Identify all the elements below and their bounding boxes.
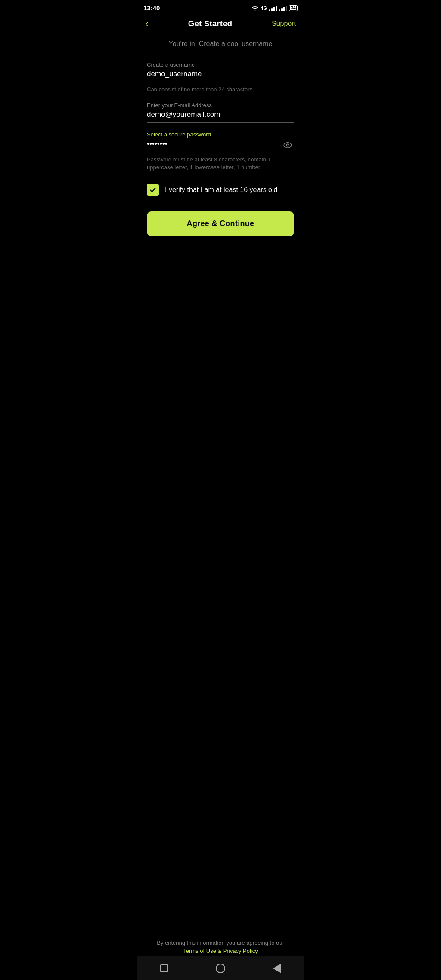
password-input[interactable] (147, 140, 294, 152)
username-input[interactable] (147, 70, 294, 82)
nav-home-button[interactable] (216, 964, 225, 973)
svg-point-0 (284, 142, 292, 147)
signal-icon (269, 5, 277, 11)
battery-icon: 34 (289, 5, 298, 11)
wifi-icon (252, 6, 258, 11)
status-icons: 4G 34 (252, 5, 298, 11)
agree-continue-button[interactable]: Agree & Continue (147, 211, 294, 236)
password-wrapper (147, 140, 294, 152)
network-type: 4G (261, 6, 267, 11)
password-hint: Password must be at least 8 characters, … (147, 156, 294, 171)
status-bar: 13:40 4G 34 (137, 0, 304, 14)
bottom-nav (137, 956, 304, 980)
username-label: Create a username (147, 62, 294, 68)
password-label: Select a secure password (147, 131, 294, 138)
username-field-group: Create a username Can consist of no more… (147, 62, 294, 93)
terms-of-use-link[interactable]: Terms of Use (183, 948, 216, 954)
footer-links: Terms of Use & Privacy Policy (147, 948, 294, 954)
privacy-policy-link[interactable]: Privacy Policy (223, 948, 258, 954)
email-input[interactable] (147, 110, 294, 123)
toggle-password-icon[interactable] (283, 142, 292, 151)
support-button[interactable]: Support (272, 20, 296, 28)
email-label: Enter your E-mail Address (147, 102, 294, 109)
signal-icon-2 (279, 5, 287, 11)
main-content: You're in! Create a cool username Create… (137, 36, 304, 236)
footer: By entering this information you are agr… (137, 939, 304, 954)
email-field-group: Enter your E-mail Address (147, 102, 294, 123)
age-verify-checkbox[interactable] (147, 184, 159, 196)
page-title: Get Started (188, 19, 232, 28)
nav-back-button[interactable] (273, 964, 281, 973)
svg-point-1 (286, 144, 289, 146)
footer-text: By entering this information you are agr… (147, 939, 294, 948)
password-field-group: Select a secure password Password must b… (147, 131, 294, 171)
nav-bar: ‹ Get Started Support (137, 14, 304, 36)
status-time: 13:40 (143, 4, 160, 12)
age-verify-row: I verify that I am at least 16 years old (147, 184, 294, 196)
age-verify-label: I verify that I am at least 16 years old (165, 186, 277, 194)
subtitle: You're in! Create a cool username (147, 40, 294, 48)
nav-square-button[interactable] (160, 964, 168, 972)
back-button[interactable]: ‹ (145, 19, 149, 29)
username-hint: Can consist of no more than 24 character… (147, 86, 294, 93)
